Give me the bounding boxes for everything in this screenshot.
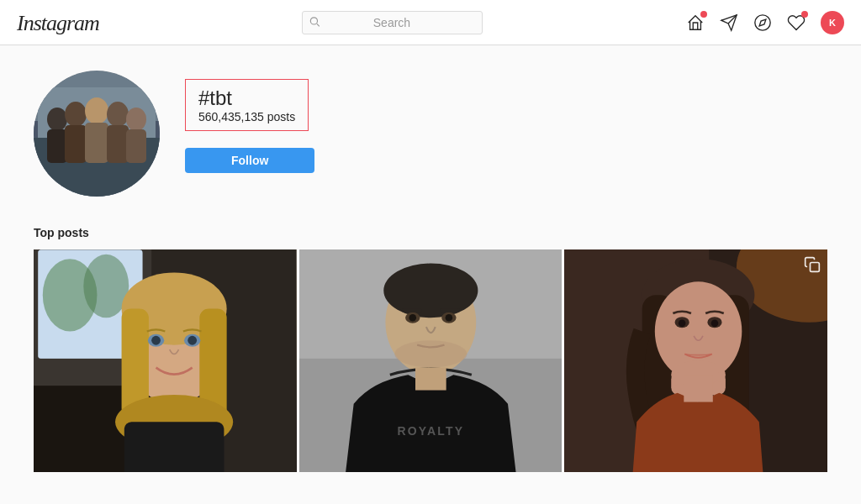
svg-point-17 [126,108,146,131]
top-posts-label: Top posts [34,226,827,239]
svg-rect-35 [124,422,224,472]
svg-point-0 [311,17,318,24]
avatar-initial: K [829,18,836,28]
svg-point-48 [394,340,467,367]
profile-section: #tbt 560,435,135 posts Follow [34,71,827,197]
post-item[interactable] [34,249,297,472]
search-input[interactable] [302,11,483,34]
hashtag-box: #tbt 560,435,135 posts [185,79,309,131]
posts-grid: ROYALTY [34,249,827,472]
logo-text: Instagram [17,11,99,35]
svg-point-45 [445,314,452,322]
home-icon[interactable] [686,13,705,32]
svg-point-13 [85,97,108,124]
hashtag-text: #tbt [198,87,295,110]
svg-point-11 [65,102,87,127]
svg-rect-14 [85,123,108,163]
send-icon[interactable] [720,13,738,32]
svg-point-3 [755,14,770,29]
svg-rect-16 [107,125,129,163]
svg-rect-12 [65,125,87,163]
svg-rect-18 [126,129,146,163]
posts-count: 560,435,135 posts [198,110,295,123]
main-content: #tbt 560,435,135 posts Follow Top posts [0,45,861,497]
top-posts-section: Top posts [34,226,827,472]
svg-rect-70 [810,263,819,272]
search-container [302,11,483,34]
explore-icon[interactable] [753,13,772,32]
home-notification-dot [700,11,707,18]
copy-icon [804,256,821,276]
header-icons: K [686,11,844,34]
svg-point-44 [409,314,416,322]
heart-icon[interactable] [787,13,806,32]
logo: Instagram [17,9,99,36]
svg-text:ROYALTY: ROYALTY [397,424,464,438]
svg-point-41 [383,264,478,318]
follow-button[interactable]: Follow [185,148,314,173]
svg-point-62 [711,319,719,327]
svg-point-9 [47,108,67,131]
search-icon [309,15,320,29]
header: Instagram [0,0,861,45]
svg-line-1 [317,24,320,26]
heart-notification-dot [801,11,808,18]
svg-marker-4 [759,19,766,26]
svg-rect-46 [401,309,421,312]
svg-point-61 [679,319,686,327]
svg-rect-10 [47,129,67,163]
svg-point-15 [107,102,129,127]
profile-info: #tbt 560,435,135 posts Follow [185,71,314,173]
svg-point-34 [188,336,197,345]
avatar[interactable]: K [821,11,844,34]
profile-avatar [34,71,160,197]
svg-rect-50 [415,368,446,391]
svg-rect-47 [440,309,460,312]
post-item[interactable] [564,249,827,472]
svg-point-33 [151,336,161,345]
post-item[interactable]: ROYALTY [299,249,563,472]
svg-rect-69 [684,375,714,402]
